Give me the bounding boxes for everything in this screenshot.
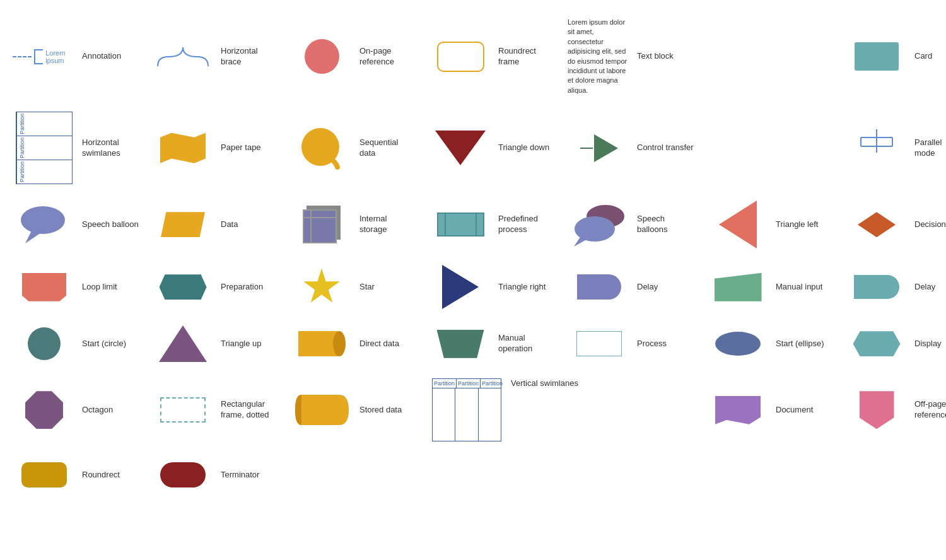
paper-tape-label: Paper tape (221, 143, 261, 153)
star-shape (290, 268, 353, 306)
swimlane-h-label-3: Partition (16, 160, 26, 184)
loop-limit-label: Loop limit (82, 282, 117, 293)
card-shape (845, 42, 908, 71)
speech-balloon-label: Speech balloon (82, 219, 139, 230)
triangle-right-cell: Triangle right (423, 260, 561, 314)
stored-data-label: Stored data (359, 405, 402, 416)
predefined-process-cell: Predefined process (423, 195, 561, 254)
internal-storage-label: Internal storage (359, 214, 416, 235)
manual-operation-cell: Manual operation (423, 320, 561, 367)
vertical-swimlanes-shape: Partition Partition Partition (429, 378, 505, 441)
swimlane-v-label-3: Partition (481, 379, 504, 388)
annotation-label: Annotation (82, 51, 121, 62)
horizontal-brace-shape (151, 41, 214, 73)
process-label: Process (637, 339, 667, 349)
horizontal-brace-label: Horizontal brace (221, 46, 277, 67)
roundrect-label: Roundrect (82, 470, 120, 481)
rect-frame-dotted-label: Rectangular frame, dotted (221, 399, 277, 421)
triangle-left-label: Triangle left (776, 219, 818, 230)
preparation-cell: Preparation (145, 260, 284, 314)
manual-operation-shape (429, 330, 492, 358)
sequential-data-shape (290, 126, 353, 170)
speech-balloons-shape (568, 202, 631, 247)
data-cell: Data (145, 195, 284, 254)
annotation-text: Lorem ipsum (45, 49, 76, 64)
triangle-down-shape (429, 131, 492, 165)
process-shape (568, 331, 631, 356)
start-circle-cell: Start (circle) (6, 320, 145, 367)
delay-cell: Delay (561, 260, 700, 314)
speech-balloons-cell: Speech balloons (561, 195, 700, 254)
vertical-swimlanes-label: Vertical swimlanes (511, 378, 578, 389)
delay2-shape (845, 275, 908, 299)
triangle-left-cell: Triangle left (700, 195, 839, 254)
terminator-shape (151, 462, 214, 487)
svg-point-14 (333, 331, 346, 356)
display-label: Display (914, 339, 942, 349)
card-label: Card (914, 51, 932, 62)
roundrect-shape (13, 462, 76, 487)
on-page-reference-label: On-page reference (359, 46, 416, 67)
speech-balloon-cell: Speech balloon (6, 195, 145, 254)
control-transfer-cell: Control transfer (561, 107, 700, 189)
stored-data-cell: Stored data (284, 373, 423, 446)
terminator-label: Terminator (221, 470, 259, 481)
data-shape (151, 212, 214, 237)
octagon-label: Octagon (82, 405, 113, 416)
on-page-reference-cell: On-page reference (284, 13, 423, 100)
star-label: Star (359, 282, 375, 293)
control-transfer-label: Control transfer (637, 143, 694, 153)
off-page-reference-shape (845, 391, 908, 429)
off-page-reference-cell: Off-page reference (839, 373, 946, 446)
direct-data-label: Direct data (359, 339, 399, 349)
manual-input-cell: Manual input (700, 260, 839, 314)
decision-shape (845, 212, 908, 237)
control-transfer-shape (568, 134, 631, 162)
paper-tape-cell: Paper tape (145, 107, 284, 189)
start-ellipse-cell: Start (ellipse) (700, 320, 839, 367)
horizontal-swimlanes-shape: Partition Partition Partition (13, 112, 76, 184)
swimlane-h-label-1: Partition (16, 112, 26, 136)
roundrect-frame-shape (429, 42, 492, 72)
manual-input-shape (706, 273, 769, 301)
delay-label: Delay (637, 282, 658, 293)
delay-shape (568, 274, 631, 300)
on-page-reference-shape (290, 39, 353, 74)
octagon-shape (13, 391, 76, 429)
parallel-mode-cell: Parallel mode (839, 107, 946, 189)
svg-point-8 (21, 206, 65, 234)
rect-frame-dotted-cell: Rectangular frame, dotted (145, 373, 284, 446)
horizontal-brace-cell: Horizontal brace (145, 13, 284, 100)
terminator-cell: Terminator (145, 453, 284, 497)
internal-storage-cell: Internal storage (284, 195, 423, 254)
decision-label: Decision (914, 219, 946, 230)
roundrect-frame-label: Roundrect frame (498, 46, 555, 67)
speech-balloons-label: Speech balloons (637, 214, 694, 235)
process-cell: Process (561, 320, 700, 367)
triangle-up-shape (151, 325, 214, 362)
document-cell: Document (700, 373, 839, 446)
triangle-up-label: Triangle up (221, 339, 262, 349)
direct-data-cell: Direct data (284, 320, 423, 367)
text-block-shape: Lorem ipsum dolor sit amet, consectetur … (568, 18, 631, 95)
text-block-text: Lorem ipsum dolor sit amet, consectetur … (568, 18, 631, 95)
start-circle-shape (13, 327, 76, 360)
manual-operation-label: Manual operation (498, 333, 555, 354)
preparation-shape (151, 274, 214, 300)
data-label: Data (221, 219, 238, 230)
triangle-right-shape (429, 265, 492, 309)
parallel-mode-shape (845, 126, 908, 170)
triangle-down-label: Triangle down (498, 143, 549, 153)
text-block-label: Text block (637, 51, 674, 62)
horizontal-swimlanes-cell: Partition Partition Partition Horizontal… (6, 107, 145, 189)
swimlane-h-label-2: Partition (16, 136, 26, 160)
svg-marker-12 (574, 237, 590, 247)
internal-storage-shape (290, 206, 353, 243)
paper-tape-shape (151, 133, 214, 163)
vertical-swimlanes-cell: Partition Partition Partition Vertical s… (423, 373, 700, 446)
roundrect-cell: Roundrect (6, 453, 145, 497)
swimlane-v-label-2: Partition (457, 379, 481, 388)
loop-limit-cell: Loop limit (6, 260, 145, 314)
start-ellipse-label: Start (ellipse) (776, 339, 824, 349)
star-cell: Star (284, 260, 423, 314)
